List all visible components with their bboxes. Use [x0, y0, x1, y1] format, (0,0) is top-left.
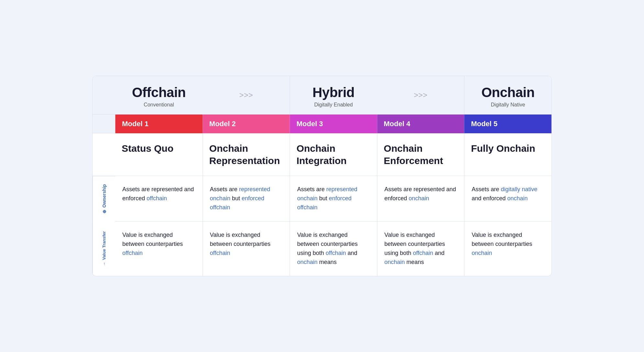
hybrid-header: Hybrid Digitally Enabled — [290, 76, 377, 115]
ownership-cell-3: Assets are represented onchain but enfor… — [290, 176, 377, 222]
value-transfer-cell-2: Value is exchanged between counterpartie… — [203, 222, 290, 276]
model-name-4: Onchain Enforcement — [377, 133, 464, 176]
ownership-icon: ⊕ — [102, 210, 107, 214]
name-row-spacer — [93, 133, 115, 176]
ownership-cell-2: Assets are represented onchain but enfor… — [203, 176, 290, 222]
vt-onchain-link-5: onchain — [472, 250, 492, 256]
header-spacer — [93, 76, 115, 115]
arrow-1: >>> — [203, 76, 290, 115]
vt-offchain-link-1: offchain — [122, 250, 143, 256]
value-transfer-cell-1: Value is exchanged between counterpartie… — [115, 222, 203, 276]
ownership-cell-4: Assets are represented and enforced onch… — [377, 176, 464, 222]
vt-onchain-link-3: onchain — [297, 259, 317, 265]
ownership-cell-5: Assets are digitally native and enforced… — [464, 176, 551, 222]
model-name-1: Status Quo — [115, 133, 203, 176]
digitally-native-link-5: digitally native — [501, 186, 537, 192]
offchain-subtitle: Conventional — [122, 102, 196, 108]
onchain-header: Onchain Digitally Native — [464, 76, 551, 115]
onchain-link-5: onchain — [507, 195, 527, 202]
vt-onchain-link-4: onchain — [384, 259, 405, 265]
offchain-link-1: offchain — [147, 195, 167, 202]
onchain-link-4: onchain — [409, 195, 429, 202]
hybrid-subtitle: Digitally Enabled — [296, 102, 371, 108]
value-transfer-cell-3: Value is exchanged between counterpartie… — [290, 222, 377, 276]
vt-offchain-link-3: offchain — [326, 250, 346, 256]
model-4-cell: Model 4 — [377, 115, 464, 133]
model-name-5: Fully Onchain — [464, 133, 551, 176]
model-row-spacer — [93, 115, 115, 133]
onchain-subtitle: Digitally Native — [471, 102, 545, 108]
hybrid-title: Hybrid — [296, 85, 371, 100]
offchain-title: Offchain — [122, 85, 196, 100]
model-2-cell: Model 2 — [203, 115, 290, 133]
model-1-cell: Model 1 — [115, 115, 203, 133]
model-name-2: Onchain Representation — [203, 133, 290, 176]
value-transfer-icon: → — [102, 262, 106, 266]
value-transfer-label: → Value Transfer — [93, 222, 115, 276]
arrow-2: >>> — [377, 76, 464, 115]
vt-offchain-link-2: offchain — [210, 250, 230, 256]
value-transfer-cell-4: Value is exchanged between counterpartie… — [377, 222, 464, 276]
model-name-3: Onchain Integration — [290, 133, 377, 176]
model-5-cell: Model 5 — [464, 115, 551, 133]
value-transfer-cell-5: Value is exchanged between counterpartie… — [464, 222, 551, 276]
model-3-cell: Model 3 — [290, 115, 377, 133]
offchain-header: Offchain Conventional — [115, 76, 203, 115]
comparison-grid: Offchain Conventional >>> Hybrid Digital… — [92, 76, 552, 276]
onchain-title: Onchain — [471, 85, 545, 100]
vt-offchain-link-4: offchain — [413, 250, 433, 256]
ownership-cell-1: Assets are represented and enforced offc… — [115, 176, 203, 222]
main-container: Offchain Conventional >>> Hybrid Digital… — [83, 66, 561, 286]
ownership-label: ⊕ Ownership — [93, 176, 115, 222]
